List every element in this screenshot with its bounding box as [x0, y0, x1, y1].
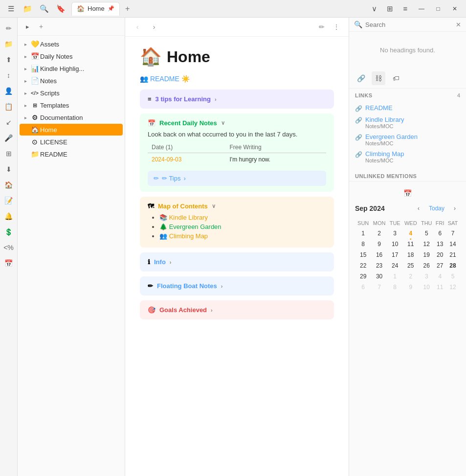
table-icon[interactable]: ⊞: [2, 147, 16, 160]
file-icon[interactable]: 📁: [21, 2, 34, 16]
calendar-day[interactable]: 30: [371, 272, 387, 281]
new-tab-button[interactable]: +: [122, 3, 133, 15]
calendar-day[interactable]: 7: [446, 228, 459, 238]
calendar-day[interactable]: 17: [388, 250, 402, 260]
calendar-day[interactable]: 5: [446, 272, 459, 281]
search-icon[interactable]: 🔍: [37, 2, 51, 16]
calendar-day[interactable]: 13: [435, 239, 445, 249]
mic-icon[interactable]: 🎤: [2, 131, 16, 145]
calendar-day[interactable]: 2: [371, 228, 387, 238]
dropdown-icon[interactable]: ∨: [367, 2, 381, 16]
calendar-day[interactable]: 4: [403, 228, 419, 238]
calendar-today-button[interactable]: Today: [426, 204, 447, 213]
calendar-day[interactable]: 12: [420, 239, 434, 249]
right-search-input[interactable]: [365, 21, 453, 28]
calendar-day[interactable]: 23: [371, 261, 387, 271]
sidebar-item-templates[interactable]: ▸ ⊞ Templates: [20, 99, 123, 111]
calendar-day[interactable]: 10: [420, 282, 434, 292]
daily-notes-callout-header[interactable]: 📅 Recent Daily Notes ∨: [148, 119, 326, 127]
list-view-icon[interactable]: ≡: [399, 2, 412, 16]
calendar-day[interactable]: 14: [446, 239, 459, 249]
calendar-day[interactable]: 6: [435, 228, 445, 238]
person-icon[interactable]: 👤: [2, 84, 16, 98]
date-link-1[interactable]: 2024-09-03: [152, 156, 181, 163]
calendar-day[interactable]: 8: [388, 282, 402, 292]
download-icon[interactable]: ⬇: [2, 162, 16, 176]
bookmark-icon[interactable]: 🔖: [54, 2, 67, 16]
calendar-day[interactable]: 16: [371, 250, 387, 260]
sidebar-item-readme[interactable]: 📁 README: [20, 148, 123, 160]
calendar-day[interactable]: 9: [371, 239, 387, 249]
sidebar-item-license[interactable]: ⊙ LICENSE: [20, 136, 123, 148]
calendar-day[interactable]: 24: [388, 261, 402, 271]
calendar-icon-bar[interactable]: 📅: [2, 256, 16, 270]
calendar-day[interactable]: 28: [446, 261, 459, 271]
sidebar-item-documentation[interactable]: ▸ ⚙ Documentation: [20, 112, 123, 123]
calendar-day[interactable]: 26: [420, 261, 434, 271]
link-item-kindle[interactable]: 🔗 Kindle Library Notes/MOC: [355, 114, 460, 131]
folder-icon[interactable]: 📁: [2, 37, 16, 51]
readme-link[interactable]: README: [150, 75, 179, 83]
edit-icon[interactable]: ✏: [2, 22, 16, 35]
floating-callout-header[interactable]: ✏ Floating Boat Notes ›: [148, 282, 326, 290]
home-icon[interactable]: 🏠: [2, 178, 16, 192]
alert-icon[interactable]: 🔔: [2, 209, 16, 223]
link-item-readme[interactable]: 🔗 README: [355, 102, 460, 114]
back-button[interactable]: ‹: [131, 21, 144, 33]
sidebar-item-kindle[interactable]: ▸ 📊 Kindle Highlig...: [20, 63, 123, 74]
sidebar-chevron[interactable]: ▸: [22, 21, 33, 32]
sidebar-item-home[interactable]: 🏠 Home: [20, 124, 123, 136]
calendar-day[interactable]: 27: [435, 261, 445, 271]
calendar-day[interactable]: 5: [420, 228, 434, 238]
info-callout-header[interactable]: ℹ Info ›: [148, 258, 326, 266]
calendar-day[interactable]: 20: [435, 250, 445, 260]
calendar-day[interactable]: 29: [356, 272, 370, 281]
sidebar-icon[interactable]: ☰: [4, 2, 18, 16]
link-item-climbing[interactable]: 🔗 Climbing Map Notes/MOC: [355, 148, 460, 165]
sidebar-item-notes[interactable]: ▸ 📄 Notes: [20, 75, 123, 87]
calendar-day[interactable]: 15: [356, 250, 370, 260]
moc-link-evergreen[interactable]: Evergreen Garden: [169, 223, 222, 230]
tips-inner-button[interactable]: ✏ ✏ Tips ›: [148, 171, 326, 186]
arrow-icon[interactable]: ↙: [2, 115, 16, 129]
calendar-day[interactable]: 22: [356, 261, 370, 271]
dollar-icon[interactable]: 💲: [2, 225, 16, 239]
calendar-day[interactable]: 6: [356, 282, 370, 292]
calendar-day[interactable]: 1: [388, 272, 402, 281]
links-tab-link[interactable]: 🔗: [354, 71, 368, 85]
calendar-day[interactable]: 11: [435, 282, 445, 292]
layout-icon[interactable]: ⊞: [383, 2, 397, 16]
code-icon[interactable]: <%: [2, 241, 16, 254]
calendar-next-button[interactable]: ›: [449, 203, 460, 214]
tab-home[interactable]: 🏠 Home 📌: [71, 2, 120, 16]
calendar-day[interactable]: 3: [420, 272, 434, 281]
sort-icon[interactable]: ↕: [2, 68, 16, 82]
upload-icon[interactable]: ⬆: [2, 53, 16, 67]
close-button[interactable]: ✕: [447, 3, 462, 15]
sidebar-item-assets[interactable]: ▸ 💛 Assets: [20, 38, 123, 50]
goals-callout-header[interactable]: 🎯 Goals Achieved ›: [148, 306, 326, 314]
sidebar-add-button[interactable]: +: [36, 22, 46, 31]
minimize-button[interactable]: —: [414, 3, 429, 15]
calendar-day[interactable]: 7: [371, 282, 387, 292]
calendar-prev-button[interactable]: ‹: [413, 203, 424, 214]
calendar-day[interactable]: 8: [356, 239, 370, 249]
calendar-day[interactable]: 18: [403, 250, 419, 260]
calendar-day[interactable]: 1: [356, 228, 370, 238]
calendar-day[interactable]: 25: [403, 261, 419, 271]
right-search-close[interactable]: ✕: [456, 21, 461, 28]
link-item-evergreen[interactable]: 🔗 Evergreen Garden Notes/MOC: [355, 131, 460, 148]
links-tab-chain[interactable]: ⛓: [372, 71, 385, 85]
moc-callout-header[interactable]: 🗺 Map of Contents ∨: [148, 203, 326, 210]
moc-link-climbing[interactable]: Climbing Map: [169, 232, 208, 240]
calendar-day[interactable]: 4: [435, 272, 445, 281]
sidebar-item-daily-notes[interactable]: ▸ 📅 Daily Notes: [20, 50, 123, 62]
calendar-day[interactable]: 3: [388, 228, 402, 238]
maximize-button[interactable]: □: [431, 3, 445, 15]
forward-button[interactable]: ›: [148, 21, 160, 33]
calendar-day[interactable]: 10: [388, 239, 402, 249]
calendar-day[interactable]: 19: [420, 250, 434, 260]
calendar-day[interactable]: 12: [446, 282, 459, 292]
calendar-top-icon[interactable]: 📅: [401, 186, 415, 200]
moc-link-kindle[interactable]: Kindle Library: [169, 214, 208, 221]
